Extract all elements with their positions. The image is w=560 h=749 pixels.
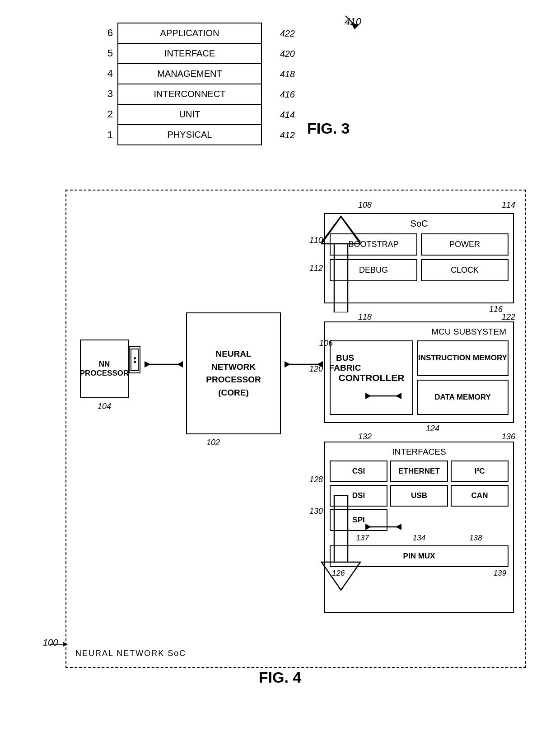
main-outer-box: NEURAL NETWORK SoC NN PROCESSOR 104 [65, 190, 526, 668]
interfaces-label: INTERFACES [330, 447, 509, 457]
ref-126: 126 [332, 569, 345, 578]
ref-414: 414 [280, 109, 295, 120]
mcu-inner: CONTROLLER INSTRUCTION MEMORY DATA MEMOR… [330, 340, 509, 415]
stack-num-2: 2 [99, 108, 117, 120]
svg-marker-1 [351, 23, 359, 29]
ref-114: 114 [502, 200, 515, 210]
ref-420: 420 [280, 48, 295, 59]
stack-num-1: 1 [99, 129, 117, 141]
if-spi: SPI [330, 509, 387, 531]
stack-cell-management: MANAGEMENT 418 [117, 63, 262, 84]
neural-network-soc-label: NEURAL NETWORK SoC [75, 649, 186, 658]
if-i2c: I²C [451, 461, 509, 482]
ref-110: 110 [309, 236, 323, 245]
if-ethernet: ETHERNET [390, 461, 448, 482]
if-usb: USB [390, 485, 448, 507]
soc-clock: CLOCK [421, 259, 509, 281]
ref-118: 118 [358, 312, 372, 322]
ref-136: 136 [502, 432, 515, 442]
ref-122: 122 [502, 312, 515, 322]
nn-processor-box: NN PROCESSOR [80, 340, 129, 398]
ref-134: 134 [413, 534, 425, 543]
if-spacer1 [390, 509, 448, 531]
ref-130: 130 [309, 507, 323, 516]
stack-row-2: 2 UNIT 414 [99, 104, 289, 124]
stack-row-4: 4 MANAGEMENT 418 [99, 63, 289, 84]
stack-num-6: 6 [99, 27, 117, 39]
pin-mux: PIN MUX [330, 545, 509, 567]
interfaces-box: INTERFACES CSI ETHERNET I²C DSI USB CAN … [324, 442, 514, 613]
memory-col: INSTRUCTION MEMORY DATA MEMORY [417, 340, 509, 415]
controller-box: CONTROLLER [330, 340, 413, 415]
nn-connector-inner [131, 349, 139, 371]
interfaces-row2: DSI USB CAN [330, 485, 509, 507]
if-dsi: DSI [330, 485, 387, 507]
ref-124: 124 [426, 424, 439, 433]
stack-row-3: 3 INTERCONNECT 416 [99, 84, 289, 104]
stack-num-3: 3 [99, 88, 117, 100]
soc-debug: DEBUG [330, 259, 417, 281]
instruction-memory: INSTRUCTION MEMORY [417, 340, 509, 376]
stack-cell-unit: UNIT 414 [117, 104, 262, 124]
mcu-box: MCU SUBSYSTEM CONTROLLER INSTRUCTION MEM… [324, 321, 514, 423]
stack-row-5: 5 INTERFACE 420 [99, 43, 289, 63]
svg-marker-8 [285, 361, 290, 368]
stack-num-5: 5 [99, 47, 117, 59]
data-memory: DATA MEMORY [417, 380, 509, 415]
stack-cell-interface: INTERFACE 420 [117, 43, 262, 63]
ref-418: 418 [280, 69, 295, 79]
ref-128: 128 [309, 475, 323, 484]
ref-112: 112 [309, 264, 323, 273]
interfaces-row3: SPI [330, 509, 509, 531]
ref-137: 137 [356, 534, 369, 543]
interfaces-row1: CSI ETHERNET I²C [330, 461, 509, 482]
ref-120: 120 [309, 364, 323, 374]
if-refs-row3: 137 134 138 [330, 534, 509, 543]
stack-cell-application: APPLICATION 422 [117, 23, 262, 43]
stack-cell-physical: PHYSICAL 412 [117, 124, 262, 145]
if-csi: CSI [330, 461, 387, 482]
nnp-core-box: NEURAL NETWORK PROCESSOR (CORE) [186, 312, 281, 434]
svg-marker-6 [177, 361, 183, 368]
fig4-title: FIG. 4 [259, 669, 301, 686]
stack-cell-interconnect: INTERCONNECT 416 [117, 84, 262, 104]
ref-139: 139 [494, 569, 506, 578]
svg-marker-5 [145, 361, 150, 368]
pin-mux-refs: 126 139 [330, 569, 509, 578]
ref-108: 108 [358, 200, 372, 210]
ref-416: 416 [280, 89, 295, 99]
soc-box: SoC BOOTSTRAP POWER DEBUG CLOCK [324, 213, 514, 303]
if-spacer2 [451, 509, 509, 531]
ref-412: 412 [280, 130, 295, 140]
ref-116: 116 [489, 305, 503, 314]
stack-row-6: 6 APPLICATION 422 [99, 23, 289, 43]
stack-row-1: 1 PHYSICAL 412 [99, 124, 289, 145]
soc-bootstrap: BOOTSTRAP [330, 233, 417, 256]
soc-label: SoC [330, 219, 509, 229]
soc-power: POWER [421, 233, 509, 256]
if-can: CAN [451, 485, 509, 507]
ref-422: 422 [280, 28, 295, 38]
fig3-title: FIG. 3 [307, 120, 350, 137]
arrow-nnproc-core [142, 353, 185, 376]
soc-grid: BOOTSTRAP POWER DEBUG CLOCK [330, 233, 509, 281]
ref-104: 104 [80, 402, 129, 411]
mcu-label: MCU SUBSYSTEM [330, 327, 509, 337]
fig3-arrow [341, 14, 368, 32]
ref-132: 132 [358, 432, 372, 442]
ref-138: 138 [469, 534, 482, 543]
stack-num-4: 4 [99, 68, 117, 79]
ref-102: 102 [206, 438, 220, 447]
